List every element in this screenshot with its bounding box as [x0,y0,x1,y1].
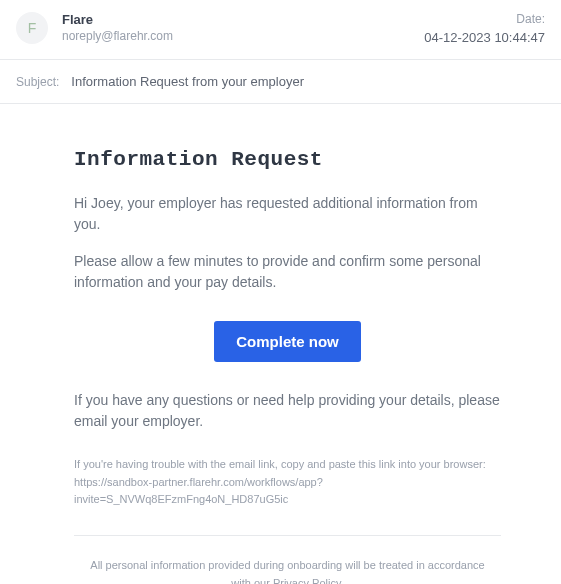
divider [74,535,501,536]
footer: All personal information provided during… [74,556,501,584]
subject-text: Information Request from your employer [71,74,304,89]
date-block: Date: 04-12-2023 10:44:47 [424,12,545,45]
greeting-text: Hi Joey, your employer has requested add… [74,193,501,235]
email-body: Information Request Hi Joey, your employ… [0,104,561,584]
instruction-text: Please allow a few minutes to provide an… [74,251,501,293]
avatar-initial: F [28,20,37,36]
date-label: Date: [424,12,545,26]
trouble-url: https://sandbox-partner.flarehr.com/work… [74,474,495,509]
email-title: Information Request [74,148,501,171]
help-text: If you have any questions or need help p… [74,390,501,432]
sender-avatar: F [16,12,48,44]
privacy-policy-link[interactable]: Privacy Policy [273,577,341,584]
date-value: 04-12-2023 10:44:47 [424,30,545,45]
sender-name: Flare [62,12,424,27]
email-header: F Flare noreply@flarehr.com Date: 04-12-… [0,0,561,60]
disclaimer-post: . [341,577,344,584]
trouble-intro: If you're having trouble with the email … [74,456,495,474]
subject-label: Subject: [16,75,59,89]
disclaimer-line: All personal information provided during… [82,556,493,584]
subject-row: Subject: Information Request from your e… [0,60,561,104]
complete-now-button[interactable]: Complete now [214,321,361,362]
sender-email: noreply@flarehr.com [62,29,424,43]
trouble-block: If you're having trouble with the email … [74,456,501,509]
cta-wrapper: Complete now [74,321,501,362]
sender-block: Flare noreply@flarehr.com [62,12,424,43]
